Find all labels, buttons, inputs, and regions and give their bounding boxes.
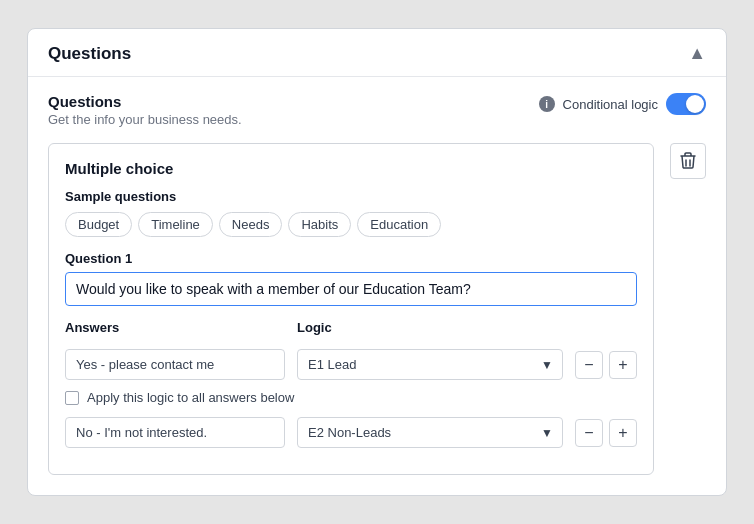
section-label: Questions xyxy=(48,93,242,110)
logic-1-select-wrapper: E1 Lead E2 Non-Leads ▼ xyxy=(297,349,563,380)
answer-1-btns: − + xyxy=(575,351,637,380)
answer-2-col xyxy=(65,417,285,448)
card-header: Questions ▲ xyxy=(28,29,726,77)
inner-card-outer: Multiple choice Sample questions Budget … xyxy=(48,143,706,475)
answer-1-col xyxy=(65,349,285,380)
section-top: Questions Get the info your business nee… xyxy=(48,93,706,127)
conditional-logic-toggle[interactable] xyxy=(666,93,706,115)
logic-2-select-wrapper: E2 Non-Leads E1 Lead ▼ xyxy=(297,417,563,448)
answer-2-btns: − + xyxy=(575,419,637,448)
apply-logic-checkbox-row: Apply this logic to all answers below xyxy=(65,390,637,405)
card-title: Questions xyxy=(48,44,131,64)
answer-1-minus-button[interactable]: − xyxy=(575,351,603,379)
sample-questions-label: Sample questions xyxy=(65,189,637,204)
logic-1-select[interactable]: E1 Lead E2 Non-Leads xyxy=(297,349,563,380)
tag-budget[interactable]: Budget xyxy=(65,212,132,237)
apply-logic-checkbox[interactable] xyxy=(65,391,79,405)
logic-label: Logic xyxy=(297,320,637,335)
answer-row-1: E1 Lead E2 Non-Leads ▼ − + xyxy=(65,349,637,380)
collapse-icon[interactable]: ▲ xyxy=(688,43,706,64)
apply-logic-label: Apply this logic to all answers below xyxy=(87,390,294,405)
answers-logic-header-row: Answers Logic xyxy=(65,320,637,341)
tags-row: Budget Timeline Needs Habits Education xyxy=(65,212,637,237)
multiple-choice-card: Multiple choice Sample questions Budget … xyxy=(48,143,654,475)
answer-row-2: E2 Non-Leads E1 Lead ▼ − + xyxy=(65,417,637,448)
section-subtitle: Get the info your business needs. xyxy=(48,112,242,127)
answer-2-plus-button[interactable]: + xyxy=(609,419,637,447)
section-info: Questions Get the info your business nee… xyxy=(48,93,242,127)
card-body: Questions Get the info your business nee… xyxy=(28,77,726,495)
tag-habits[interactable]: Habits xyxy=(288,212,351,237)
question-input[interactable] xyxy=(65,272,637,306)
logic-2-col: E2 Non-Leads E1 Lead ▼ xyxy=(297,417,563,448)
answer-1-input[interactable] xyxy=(65,349,285,380)
logic-1-col: E1 Lead E2 Non-Leads ▼ xyxy=(297,349,563,380)
conditional-logic-control: i Conditional logic xyxy=(539,93,706,115)
answer-2-input[interactable] xyxy=(65,417,285,448)
questions-card: Questions ▲ Questions Get the info your … xyxy=(27,28,727,496)
tag-timeline[interactable]: Timeline xyxy=(138,212,213,237)
multiple-choice-title: Multiple choice xyxy=(65,160,637,177)
info-icon[interactable]: i xyxy=(539,96,555,112)
conditional-logic-label: Conditional logic xyxy=(563,97,658,112)
tag-education[interactable]: Education xyxy=(357,212,441,237)
delete-card-button[interactable] xyxy=(670,143,706,179)
question-label: Question 1 xyxy=(65,251,637,266)
answers-label: Answers xyxy=(65,320,285,335)
answer-2-minus-button[interactable]: − xyxy=(575,419,603,447)
tag-needs[interactable]: Needs xyxy=(219,212,283,237)
trash-icon xyxy=(680,152,696,170)
answer-1-plus-button[interactable]: + xyxy=(609,351,637,379)
logic-2-select[interactable]: E2 Non-Leads E1 Lead xyxy=(297,417,563,448)
